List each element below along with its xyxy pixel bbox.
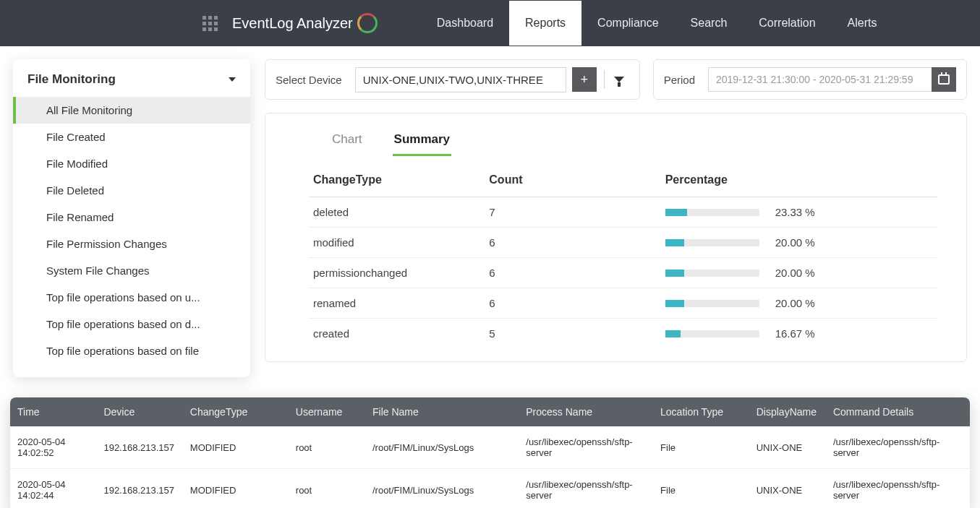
sidebar-item[interactable]: File Created [13,124,250,150]
percentage-cell: 16.67 % [661,319,937,349]
filter-button[interactable] [609,69,629,90]
detail-table: TimeDeviceChangeTypeUsernameFile NamePro… [10,397,970,508]
detail-table-panel: TimeDeviceChangeTypeUsernameFile NamePro… [10,397,970,508]
table-row[interactable]: 2020-05-04 14:02:44192.168.213.157MODIFI… [10,469,970,509]
brand-text: EventLog Analyzer [232,15,353,32]
detail-cell: UNIX-ONE [749,469,826,509]
summary-row: created516.67 % [309,319,937,349]
count-cell: 6 [485,228,660,258]
changetype-cell: permissionchanged [309,258,485,288]
percentage-bar [665,270,759,277]
device-filter-box: Select Device + [265,59,640,100]
brand-logo-icon [357,13,378,33]
changetype-cell: deleted [309,197,485,228]
detail-cell: /root/FIM/Linux/SysLogs [365,469,519,509]
detail-cell: MODIFIED [183,469,289,509]
summary-header[interactable]: Count [485,166,660,197]
period-input[interactable] [708,67,932,92]
changetype-cell: renamed [309,288,485,319]
period-label: Period [664,74,695,86]
filter-icon [614,77,624,82]
detail-cell: /usr/libexec/openssh/sftp-server [826,469,970,509]
summary-table: ChangeTypeCountPercentage deleted723.33 … [309,166,937,348]
add-device-button[interactable]: + [572,67,597,92]
tab-summary[interactable]: Summary [393,128,451,156]
percentage-label: 20.00 % [775,297,815,309]
tab-chart[interactable]: Chart [331,128,364,156]
detail-cell: /usr/libexec/openssh/sftp-server [826,426,970,469]
sidebar-item[interactable]: Top file operations based on d... [13,311,250,337]
percentage-bar [665,239,759,246]
calendar-icon [938,74,950,85]
detail-cell: 192.168.213.157 [96,469,182,509]
sidebar-item[interactable]: Top file operations based on file [13,337,250,364]
sidebar-item[interactable]: System File Changes [13,257,250,284]
nav-compliance[interactable]: Compliance [581,1,674,46]
nav-dashboard[interactable]: Dashboard [421,1,509,46]
summary-row: permissionchanged620.00 % [309,258,937,288]
detail-cell: MODIFIED [183,426,289,469]
summary-header[interactable]: ChangeType [309,166,485,197]
device-label: Select Device [276,74,342,86]
sidebar-item[interactable]: File Renamed [13,204,250,231]
percentage-label: 16.67 % [775,327,815,340]
detail-cell: File [653,426,749,469]
device-input[interactable] [355,67,566,92]
sidebar-item[interactable]: File Permission Changes [13,231,250,257]
detail-cell: root [289,469,365,509]
summary-row: deleted723.33 % [309,197,937,228]
detail-cell: 2020-05-04 14:02:52 [10,426,96,469]
sidebar-item[interactable]: File Modified [13,150,250,177]
percentage-cell: 20.00 % [661,228,937,258]
summary-header[interactable]: Percentage [661,166,937,197]
detail-cell: 192.168.213.157 [96,426,182,469]
detail-header[interactable]: Time [10,397,96,426]
detail-header[interactable]: Device [96,397,182,426]
percentage-bar [665,209,759,216]
count-cell: 5 [485,319,660,349]
nav-items: DashboardReportsComplianceSearchCorrelat… [421,1,893,46]
main-area: Select Device + Period Chart Summary [250,59,980,362]
detail-cell: root [289,426,365,469]
chevron-down-icon [229,77,236,82]
detail-cell: UNIX-ONE [749,426,826,469]
nav-reports[interactable]: Reports [509,1,581,46]
nav-alerts[interactable]: Alerts [832,1,893,46]
detail-header[interactable]: Username [289,397,365,426]
sidebar-item[interactable]: Top file operations based on u... [13,284,250,311]
calendar-button[interactable] [932,67,956,92]
sidebar-title: File Monitoring [27,72,116,87]
sidebar-header[interactable]: File Monitoring [13,59,250,97]
summary-row: modified620.00 % [309,228,937,258]
nav-search[interactable]: Search [675,1,743,46]
detail-header[interactable]: Command Details [826,397,970,426]
changetype-cell: modified [309,228,485,258]
nav-correlation[interactable]: Correlation [743,1,831,46]
detail-cell: File [653,469,749,509]
count-cell: 6 [485,288,660,319]
percentage-cell: 20.00 % [661,258,937,288]
percentage-label: 20.00 % [775,267,815,279]
sidebar-item[interactable]: All File Monitoring [13,97,250,124]
sidebar: File Monitoring All File MonitoringFile … [13,59,250,377]
detail-header[interactable]: Location Type [653,397,749,426]
table-row[interactable]: 2020-05-04 14:02:52192.168.213.157MODIFI… [10,426,970,469]
apps-grid-icon[interactable] [203,16,218,31]
detail-header[interactable]: Process Name [519,397,653,426]
brand: EventLog Analyzer [232,13,378,33]
detail-cell: /usr/libexec/openssh/sftp-server [519,426,653,469]
changetype-cell: created [309,319,485,349]
count-cell: 6 [485,258,660,288]
detail-cell: /usr/libexec/openssh/sftp-server [519,469,653,509]
percentage-bar [665,300,759,307]
detail-header[interactable]: File Name [365,397,519,426]
summary-panel: Chart Summary ChangeTypeCountPercentage … [265,113,967,362]
summary-row: renamed620.00 % [309,288,937,319]
percentage-bar [665,330,759,337]
sidebar-item[interactable]: File Deleted [13,177,250,204]
detail-header[interactable]: DisplayName [749,397,826,426]
detail-cell: /root/FIM/Linux/SysLogs [365,426,519,469]
detail-header[interactable]: ChangeType [183,397,289,426]
percentage-cell: 20.00 % [661,288,937,319]
detail-cell: 2020-05-04 14:02:44 [10,469,96,509]
